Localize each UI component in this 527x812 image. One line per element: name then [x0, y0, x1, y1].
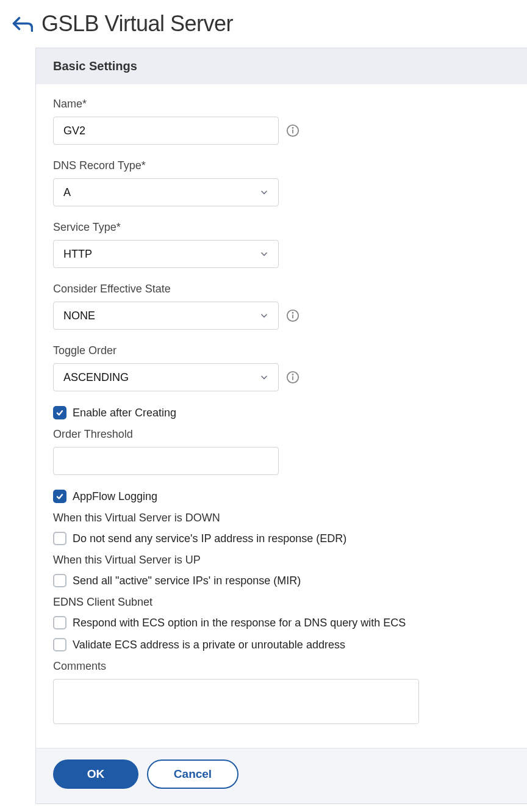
edr-label: Do not send any service's IP address in … — [73, 532, 346, 545]
mir-checkbox[interactable] — [53, 574, 66, 587]
dns-record-type-value: A — [63, 186, 71, 199]
name-label: Name* — [53, 98, 510, 111]
appflow-logging-row: AppFlow Logging — [53, 490, 510, 503]
mir-label: Send all "active" service IPs' in respon… — [73, 575, 301, 587]
field-order-threshold: Order Threshold — [53, 428, 510, 475]
down-section-label: When this Virtual Server is DOWN — [53, 512, 510, 524]
order-threshold-label: Order Threshold — [53, 428, 510, 441]
back-icon[interactable] — [11, 15, 33, 32]
enable-after-creating-row: Enable after Creating — [53, 406, 510, 419]
consider-effective-state-label: Consider Effective State — [53, 283, 510, 295]
info-icon[interactable] — [286, 124, 299, 137]
appflow-logging-checkbox[interactable] — [53, 490, 66, 503]
page-header: GSLB Virtual Server — [11, 11, 527, 37]
enable-after-creating-checkbox[interactable] — [53, 406, 66, 419]
chevron-down-icon — [259, 310, 270, 321]
service-type-select[interactable]: HTTP — [53, 240, 279, 268]
up-section-label: When this Virtual Server is UP — [53, 554, 510, 567]
name-input[interactable] — [53, 117, 279, 145]
cancel-button[interactable]: Cancel — [147, 759, 238, 789]
info-icon[interactable] — [286, 371, 299, 384]
comments-input[interactable] — [53, 679, 419, 724]
info-icon[interactable] — [286, 309, 299, 322]
svg-point-8 — [292, 374, 293, 375]
edr-row: Do not send any service's IP address in … — [53, 532, 510, 545]
enable-after-creating-label: Enable after Creating — [73, 407, 176, 419]
svg-point-5 — [292, 313, 293, 313]
edns-section-label: EDNS Client Subnet — [53, 596, 510, 609]
page-title: GSLB Virtual Server — [41, 11, 233, 37]
appflow-logging-label: AppFlow Logging — [73, 490, 157, 503]
toggle-order-select[interactable]: ASCENDING — [53, 363, 279, 391]
svg-point-2 — [292, 128, 293, 128]
ecs-validate-label: Validate ECS address is a private or unr… — [73, 639, 345, 651]
field-dns-record-type: DNS Record Type* A — [53, 159, 510, 206]
dns-record-type-label: DNS Record Type* — [53, 159, 510, 172]
field-toggle-order: Toggle Order ASCENDING — [53, 344, 510, 391]
comments-label: Comments — [53, 660, 510, 673]
ecs-respond-label: Respond with ECS option in the response … — [73, 617, 406, 629]
ecs-respond-row: Respond with ECS option in the response … — [53, 616, 510, 629]
toggle-order-value: ASCENDING — [63, 371, 129, 384]
panel-footer: OK Cancel — [36, 748, 527, 803]
consider-effective-state-select[interactable]: NONE — [53, 302, 279, 330]
mir-row: Send all "active" service IPs' in respon… — [53, 574, 510, 587]
dns-record-type-select[interactable]: A — [53, 178, 279, 206]
field-comments: Comments — [53, 660, 510, 727]
panel-body: Name* DNS Record Type* A — [36, 84, 527, 748]
chevron-down-icon — [259, 372, 270, 383]
field-service-type: Service Type* HTTP — [53, 221, 510, 268]
order-threshold-input[interactable] — [53, 447, 279, 475]
basic-settings-panel: Basic Settings Name* DNS Record Type* A — [35, 48, 527, 804]
toggle-order-label: Toggle Order — [53, 344, 510, 357]
edr-checkbox[interactable] — [53, 532, 66, 545]
ecs-validate-checkbox[interactable] — [53, 638, 66, 651]
consider-effective-state-value: NONE — [63, 310, 95, 322]
field-consider-effective-state: Consider Effective State NONE — [53, 283, 510, 330]
ecs-validate-row: Validate ECS address is a private or unr… — [53, 638, 510, 651]
panel-header: Basic Settings — [36, 48, 527, 84]
ecs-respond-checkbox[interactable] — [53, 616, 66, 629]
chevron-down-icon — [259, 187, 270, 198]
ok-button[interactable]: OK — [53, 759, 138, 789]
field-name: Name* — [53, 98, 510, 145]
service-type-label: Service Type* — [53, 221, 510, 234]
chevron-down-icon — [259, 248, 270, 259]
service-type-value: HTTP — [63, 248, 92, 261]
